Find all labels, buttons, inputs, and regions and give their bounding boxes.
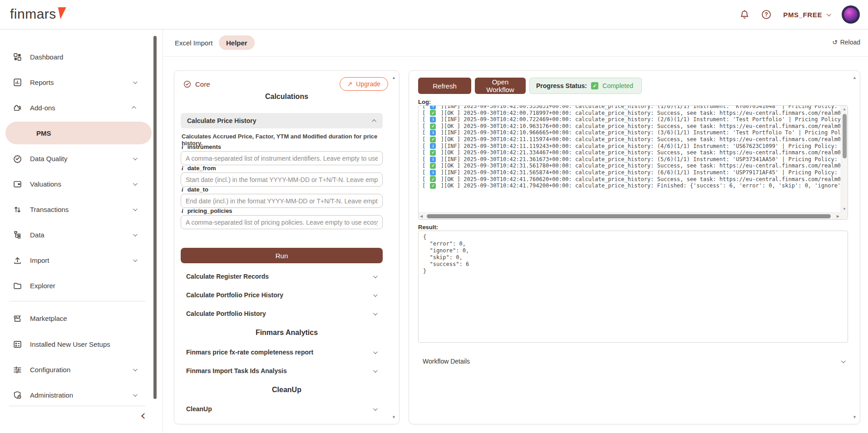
sidebar-item-label: Explorer [30,282,153,290]
pricing-policies-input[interactable] [181,215,383,229]
log-vertical-scrollbar[interactable]: ▲ ▼ [841,106,848,212]
chevron-down-icon [133,392,138,397]
scrollbar-corner [841,212,848,219]
sidebar-item-valuations[interactable]: Valuations [0,171,153,197]
log-level-tag: ][OK ] [441,123,464,130]
sidebar-item-label: PMS [36,129,51,137]
reload-button[interactable]: ↺ Reload [832,39,860,46]
log-message: 2025-09-30T10:42:21.334467+00:00: calcul… [464,149,840,156]
panel-scroll-down-icon[interactable]: ▼ [392,415,396,419]
log-line: [ ][OK ] 2025-09-30T10:42:10.963176+00:0… [422,123,840,130]
finmars-logo[interactable]: finmars [10,6,65,22]
sidebar-item-data[interactable]: Data [0,222,153,247]
field-name: instruments [187,143,221,150]
panel-scroll-down-icon[interactable]: ▼ [853,415,857,419]
sidebar-item-reports[interactable]: Reports [0,69,153,95]
data-tree-icon [12,230,22,240]
log-message: 2025-09-30T10:42:41.794200+00:00: calcul… [464,182,840,189]
log-level-icon [430,150,436,156]
result-label: Result: [418,224,438,231]
date-from-input[interactable] [181,172,383,187]
scroll-left-arrow-icon[interactable]: ◀ [420,214,423,218]
open-workflow-button[interactable]: Open Workflow [475,78,526,94]
log-level-icon [430,105,436,109]
scroll-right-arrow-icon[interactable]: ▶ [837,214,839,218]
sidebar-item-configuration[interactable]: Configuration [0,357,153,382]
scrollbar-thumb[interactable] [843,114,847,158]
avatar[interactable] [842,5,860,24]
panel-scroll-up-icon[interactable]: ▲ [853,75,857,80]
accordion-calculate-portfolio-history[interactable]: Calculate Portfolio History [181,305,383,323]
sidebar-item-marketplace[interactable]: Marketplace [0,305,153,331]
field-name: date_from [187,165,216,172]
log-line: [ ][INF] 2025-09-30T10:42:00.535631+00:0… [422,105,840,110]
workspace-name: PMS_FREE [783,11,822,19]
tab-label: Excel Import [175,39,212,47]
sidebar-item-label: Configuration [30,366,133,374]
scrollbar-thumb[interactable] [427,214,831,218]
core-check-icon [183,80,191,88]
sidebar-item-transactions[interactable]: Transactions [0,197,153,222]
tab-excel-import[interactable]: Excel Import [168,35,220,50]
tab-helper[interactable]: Helper [219,35,255,50]
accordion-import-task-ids-analysis[interactable]: Finmars Import Task Ids Analysis [181,362,383,380]
workflow-details-accordion[interactable]: Workflow Details [418,352,852,370]
logo-text: finmars [10,6,56,22]
sidebar-scrollbar[interactable] [153,36,157,399]
sidebar-item-explorer[interactable]: Explorer [0,273,153,298]
log-line: [ ][INF] 2025-09-30T10:42:10.966665+00:0… [422,129,840,136]
sidebar-item-dashboard[interactable]: Dashboard [0,44,153,69]
folder-icon [12,280,22,290]
sidebar-item-import[interactable]: Import [0,247,153,273]
workspace-selector[interactable]: PMS_FREE [783,11,830,19]
sidebar-divider [9,301,145,301]
sidebar-item-label: Reports [30,79,133,86]
field-name: date_to [187,186,208,193]
upgrade-button[interactable]: ↗ Upgrade [340,77,388,91]
help-icon[interactable]: ? [761,10,771,20]
chevron-down-icon [373,368,378,373]
import-upload-icon [12,255,22,265]
output-panel: ▲ ▼ Refresh Open Workflow Progress Statu… [409,70,860,424]
log-horizontal-scrollbar[interactable]: ◀ ▶ [419,212,841,219]
log-message: 2025-09-30T10:42:11.119243+00:00: calcul… [464,143,840,150]
accordion-title: CleanUp [186,405,212,413]
log-level-icon [430,163,436,169]
sidebar: Dashboard Reports Add-ons PMS Data Quali… [0,30,163,433]
reports-icon [12,77,22,87]
main-content: Excel Import Helper ↺ Reload ▲ ▼ Core ↗ … [163,30,868,433]
wallet-icon [12,179,22,189]
sidebar-item-installed-setups[interactable]: Installed New User Setups [0,331,153,357]
refresh-button[interactable]: Refresh [418,78,471,94]
log-level-tag: ][INF] [441,156,464,163]
panel-scroll-up-icon[interactable]: ▲ [392,75,396,80]
sidebar-item-addons[interactable]: Add-ons [0,95,153,120]
sidebar-item-data-quality[interactable]: Data Quality [0,146,153,171]
date-to-input[interactable] [181,194,383,208]
scroll-down-arrow-icon[interactable]: ▼ [843,207,846,211]
log-output-area[interactable]: [ ][INF] 2025-09-30T10:42:00.535631+00:0… [418,105,848,220]
administration-shield-icon [12,390,22,400]
accordion-calculate-portfolio-price-history[interactable]: Calculate Portfolio Price History [181,286,383,304]
accordion-fx-rate-completeness-report[interactable]: Finmars price fx-rate completeness repor… [181,343,383,361]
log-label: Log: [418,98,431,105]
reload-icon: ↺ [832,39,838,46]
chevron-left-icon [141,413,147,419]
log-level-icon [430,117,436,123]
sidebar-collapse-button[interactable] [142,412,146,420]
sidebar-item-pms[interactable]: PMS [5,122,152,144]
instruments-input[interactable] [181,151,383,165]
log-level-icon [430,110,436,116]
result-output-area[interactable]: { "error": 0, "ignore": 0, "skip": 0, "s… [418,231,848,343]
log-message: 2025-09-30T10:42:00.722469+00:00: calcul… [464,116,840,123]
notifications-bell-icon[interactable] [740,10,750,20]
log-level-tag: ][INF] [441,116,464,123]
installed-setups-icon [12,339,22,349]
accordion-calculate-register-records[interactable]: Calculate Register Records [181,267,383,285]
accordion-calculate-price-history[interactable]: Calculate Price History [181,113,383,128]
scroll-up-arrow-icon[interactable]: ▲ [843,107,846,111]
run-button[interactable]: Run [181,248,383,263]
accordion-cleanup[interactable]: CleanUp [181,400,383,418]
chevron-down-icon [133,367,138,371]
sidebar-item-administration[interactable]: Administration [0,382,153,408]
